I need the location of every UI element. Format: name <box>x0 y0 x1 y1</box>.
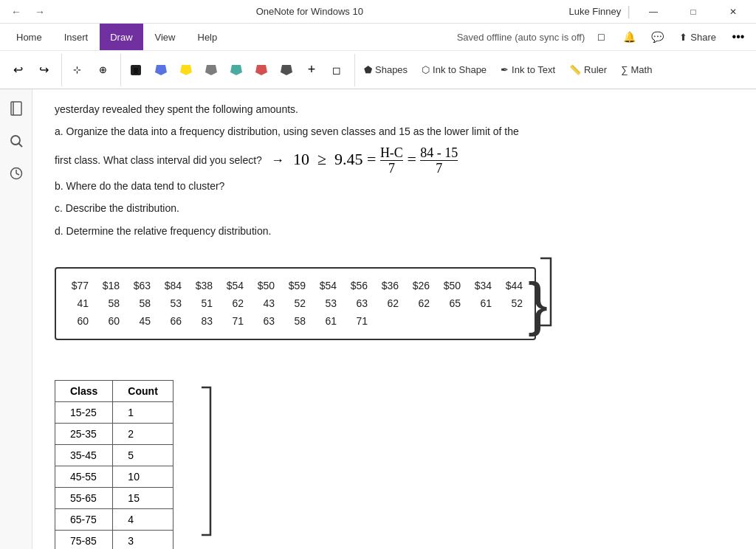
cell: 62 <box>378 295 399 313</box>
table-cell-count: 15 <box>113 488 173 509</box>
more-button[interactable]: ••• <box>726 25 750 49</box>
pen-blue-button[interactable] <box>149 58 173 82</box>
title-bar-right: Luke Finney | — □ ✕ <box>568 0 750 24</box>
ruler-icon: 📏 <box>569 64 581 75</box>
tab-insert[interactable]: Insert <box>54 24 99 50</box>
lasso-section: ⊹ ⊕ <box>65 54 121 86</box>
cell: 58 <box>130 295 151 313</box>
sidebar-search-button[interactable] <box>3 128 30 154</box>
cell: 51 <box>192 295 213 313</box>
tab-view[interactable]: View <box>145 24 186 50</box>
tab-draw[interactable]: Draw <box>100 24 142 50</box>
back-button[interactable]: ← <box>6 1 27 22</box>
eraser-button[interactable]: ◻ <box>325 58 348 82</box>
table-cell-class: 45-55 <box>55 466 113 488</box>
svg-line-11 <box>18 144 22 148</box>
add-pen-button[interactable]: + <box>300 58 323 82</box>
table-header-class: Class <box>55 381 113 402</box>
table-row: 45-5510 <box>55 466 173 488</box>
pen-black-button[interactable] <box>124 58 148 82</box>
intro-text: yesterday revealed they spent the follow… <box>55 101 734 117</box>
cell: 53 <box>161 295 182 313</box>
pen-yellow-button[interactable] <box>174 58 198 82</box>
notebook-button[interactable]: □ <box>589 25 613 49</box>
undo-section: ↩ ↪ <box>6 54 62 86</box>
ink-text-label: Ink to Text <box>512 64 555 75</box>
data-row-1: $77 $18 $63 $84 $38 $54 $50 $59 $54 $56 … <box>68 277 523 295</box>
ink-to-shape-button[interactable]: ⬡ Ink to Shape <box>416 61 492 78</box>
minimize-button[interactable]: — <box>636 0 670 24</box>
tab-help[interactable]: Help <box>188 24 228 50</box>
cell: 41 <box>68 295 89 313</box>
pen-red-button[interactable] <box>250 58 273 82</box>
cell: $84 <box>161 277 182 295</box>
cell: 62 <box>223 295 244 313</box>
bell-button[interactable]: 🔔 <box>617 25 641 49</box>
cell: 52 <box>285 295 306 313</box>
cell: $77 <box>68 277 89 295</box>
cell: 65 <box>440 295 461 313</box>
svg-marker-5 <box>230 65 242 75</box>
ink-to-text-button[interactable]: ✒ Ink to Text <box>495 61 561 78</box>
tab-home[interactable]: Home <box>6 24 52 50</box>
history-icon <box>9 166 24 181</box>
table-header-count: Count <box>113 381 173 402</box>
data-row-2: 41 58 58 53 51 62 43 52 53 63 62 62 65 6… <box>68 295 523 313</box>
table-row: 15-251 <box>55 402 173 424</box>
title-bar-left: ← → <box>6 1 50 22</box>
pen-teal-button[interactable] <box>224 58 248 82</box>
svg-marker-7 <box>281 65 292 75</box>
table-row: 75-853 <box>55 531 173 549</box>
cell: 43 <box>254 295 275 313</box>
title-bar: ← → OneNote for Windows 10 Luke Finney |… <box>0 0 756 24</box>
close-button[interactable]: ✕ <box>716 0 750 24</box>
lasso-select-button[interactable]: ⊹ <box>65 58 89 82</box>
ink-shape-icon: ⬡ <box>422 64 430 75</box>
cell: 61 <box>471 295 492 313</box>
question-a2-row: first class. What class interval did you… <box>55 146 734 175</box>
cell: $26 <box>409 277 430 295</box>
table-body: 15-25125-35235-45545-551055-651565-75475… <box>55 402 173 549</box>
sidebar-notebook-button[interactable] <box>3 95 30 122</box>
table-cell-class: 75-85 <box>55 531 113 549</box>
search-icon <box>9 134 24 148</box>
math-button[interactable]: ∑ Math <box>615 61 658 78</box>
cell: 62 <box>409 295 430 313</box>
main-content[interactable]: yesterday revealed they spent the follow… <box>32 89 756 549</box>
maximize-button[interactable]: □ <box>676 0 710 24</box>
forward-button[interactable]: → <box>30 1 50 22</box>
table-row: 65-754 <box>55 509 173 531</box>
share-button[interactable]: ⬆ Share <box>673 29 722 46</box>
ruler-button[interactable]: 📏 Ruler <box>563 61 613 78</box>
frequency-table: Class Count 15-25125-35235-45545-551055-… <box>55 380 173 549</box>
ruler-label: Ruler <box>584 64 607 75</box>
cell: 60 <box>99 313 120 331</box>
redo-button[interactable]: ↪ <box>32 58 55 82</box>
shapes-button[interactable]: ⬟ Shapes <box>358 61 413 78</box>
pen-dark-button[interactable] <box>275 58 298 82</box>
freq-table-bracket <box>196 380 218 542</box>
pen-gray-button[interactable] <box>199 58 223 82</box>
shapes-label: Shapes <box>375 64 408 75</box>
cell: 83 <box>192 313 213 331</box>
table-cell-class: 35-45 <box>55 445 113 466</box>
cell: 63 <box>254 313 275 331</box>
ribbon: Home Insert Draw View Help Saved offline… <box>0 24 756 89</box>
cell: $54 <box>316 277 337 295</box>
cell: 66 <box>161 313 182 331</box>
undo-button[interactable]: ↩ <box>6 58 30 82</box>
comment-button[interactable]: 💬 <box>645 25 669 49</box>
table-cell-count: 5 <box>113 445 173 466</box>
share-icon: ⬆ <box>679 32 687 43</box>
table-row: 35-455 <box>55 445 173 466</box>
svg-marker-2 <box>155 65 167 75</box>
right-tools: Saved offline (auto sync is off) □ 🔔 💬 ⬆… <box>457 25 750 49</box>
table-cell-count: 4 <box>113 509 173 531</box>
sidebar-history-button[interactable] <box>3 160 30 187</box>
cell: 45 <box>130 313 151 331</box>
cell: 63 <box>347 295 368 313</box>
cell: 53 <box>316 295 337 313</box>
add-space-button[interactable]: ⊕ <box>91 58 114 82</box>
table-cell-class: 65-75 <box>55 509 113 531</box>
ribbon-toolbar: ↩ ↪ ⊹ ⊕ <box>0 50 756 89</box>
